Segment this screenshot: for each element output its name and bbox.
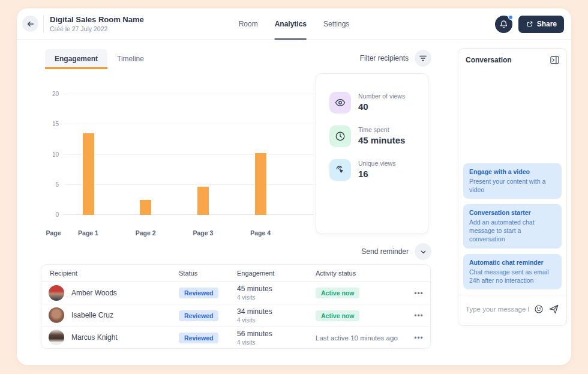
chart-gridline (64, 154, 314, 155)
share-icon (526, 20, 533, 28)
app-window: Digital Sales Room Name Créé le 27 July … (17, 8, 571, 365)
filter-button[interactable] (415, 50, 431, 67)
activity-status: Active now (316, 310, 359, 321)
chart-bar (255, 153, 266, 215)
collapse-panel-button[interactable] (550, 56, 559, 64)
conversation-header: Conversation (458, 49, 566, 70)
stat-value: 16 (358, 169, 395, 179)
suggestion-title: Engage with a video (469, 168, 556, 175)
share-button-label: Share (537, 20, 557, 28)
recipient-cell: Amber Woods (41, 285, 170, 301)
back-button[interactable] (22, 16, 38, 32)
chart-y-tick-label: 0 (48, 211, 59, 218)
chart-x-tick-label: Page 1 (78, 229, 98, 237)
row-more-button[interactable]: ••• (414, 312, 424, 320)
chart-bar (140, 200, 151, 215)
notifications-button[interactable] (495, 16, 512, 33)
send-reminder: Send reminder (361, 243, 431, 260)
stat-item: Time spent 45 minutes (329, 125, 428, 147)
conversation-panel: Conversation Engage with a video Present… (458, 48, 567, 326)
tab-engagement[interactable]: Engagement (45, 49, 107, 69)
chart-gridline (64, 124, 314, 124)
message-input-row (458, 295, 566, 325)
chart-y-tick-label: 10 (48, 151, 59, 158)
table-body: Amber Woods Reviewed 45 minutes 4 visits… (41, 282, 430, 348)
engagement-visits: 4 visits (237, 294, 307, 301)
stat-label: Number of views (358, 92, 405, 100)
send-message-button[interactable] (548, 304, 559, 315)
click-icon (335, 164, 346, 175)
header-actions: Share (495, 8, 564, 40)
status-badge: Reviewed (179, 288, 218, 298)
chart-x-tick-label: Page 3 (193, 229, 213, 237)
tab-room[interactable]: Room (239, 8, 258, 40)
emoji-button[interactable] (534, 304, 544, 314)
engagement-cell: 34 minutes 4 visits (229, 307, 307, 324)
suggestion-title: Automatic chat reminder (469, 259, 556, 266)
table-row[interactable]: Isabelle Cruz Reviewed 34 minutes 4 visi… (41, 304, 430, 326)
page-subtitle: Créé le 27 July 2022 (50, 25, 144, 32)
share-button[interactable]: Share (518, 16, 564, 33)
column-engagement: Engagement (229, 270, 307, 277)
clock-icon (335, 131, 346, 142)
more-options-icon: ••• (414, 289, 424, 298)
suggestion-body: Chat message sent as email 24h after no … (469, 268, 556, 285)
avatar (49, 307, 64, 323)
column-recipient: Recipient (41, 270, 170, 277)
row-more-button[interactable]: ••• (414, 334, 424, 342)
stat-value: 45 minutes (358, 135, 405, 145)
suggestion-card[interactable]: Engage with a video Present your content… (463, 163, 562, 199)
stats-card: Number of views 40 Time spent 45 minutes… (316, 73, 428, 234)
status-badge: Reviewed (179, 310, 218, 321)
bell-icon (499, 20, 508, 29)
column-status: Status (170, 270, 229, 277)
stat-text: Time spent 45 minutes (358, 125, 405, 145)
conversation-messages-area (458, 70, 566, 163)
eye-icon (335, 97, 346, 108)
engagement-visits: 4 visits (237, 317, 307, 324)
notification-dot (508, 15, 513, 20)
analytics-subtabs: Engagement Timeline (45, 49, 154, 69)
send-reminder-expand-button[interactable] (415, 243, 431, 260)
filter-icon (419, 55, 427, 62)
activity-status: Last active 10 minutes ago (316, 334, 398, 342)
recipient-cell: Isabelle Cruz (41, 307, 170, 323)
send-icon (548, 304, 559, 315)
page-title: Digital Sales Room Name (50, 15, 144, 24)
stat-icon-box (329, 92, 351, 113)
status-cell: Reviewed (170, 287, 229, 298)
room-title-block: Digital Sales Room Name Créé le 27 July … (50, 15, 144, 32)
activity-cell: Active now (307, 287, 407, 298)
activity-cell: Last active 10 minutes ago (307, 332, 407, 343)
message-input[interactable] (466, 306, 529, 313)
table-row[interactable]: Marcus Knight Reviewed 56 minutes 4 visi… (41, 326, 430, 348)
stat-label: Unique views (358, 160, 395, 167)
tab-settings[interactable]: Settings (323, 8, 349, 40)
suggestion-card[interactable]: Conversation starter Add an automated ch… (463, 204, 562, 249)
table-header: Recipient Status Engagement Activity sta… (41, 265, 430, 282)
stat-text: Unique views 16 (358, 159, 395, 179)
engagement-cell: 45 minutes 4 visits (229, 285, 307, 301)
tab-timeline[interactable]: Timeline (107, 49, 154, 69)
engagement-time: 45 minutes (237, 285, 307, 293)
activity-status: Active now (316, 288, 359, 298)
arrow-left-icon (26, 20, 35, 28)
more-options-icon: ••• (414, 334, 424, 342)
chart-bar (197, 187, 209, 215)
row-more-button[interactable]: ••• (414, 289, 424, 298)
chart-plot: 05101520 (50, 94, 314, 215)
avatar (49, 330, 64, 345)
table-row[interactable]: Amber Woods Reviewed 45 minutes 4 visits… (41, 282, 430, 304)
conversation-title: Conversation (466, 56, 512, 64)
chart-x-tick-label: Page 4 (250, 229, 271, 237)
recipients-table: Recipient Status Engagement Activity sta… (41, 264, 431, 349)
suggestion-card[interactable]: Automatic chat reminder Chat message sen… (463, 254, 562, 289)
filter-recipients: Filter recipients (360, 50, 431, 67)
smiley-icon (534, 304, 544, 314)
panel-collapse-icon (550, 56, 559, 64)
suggestion-body: Add an automated chat message to start a… (469, 218, 556, 244)
filter-recipients-label: Filter recipients (360, 54, 409, 62)
tab-analytics[interactable]: Analytics (275, 8, 307, 40)
status-cell: Reviewed (170, 332, 229, 343)
suggestion-list: Engage with a video Present your content… (458, 163, 566, 295)
